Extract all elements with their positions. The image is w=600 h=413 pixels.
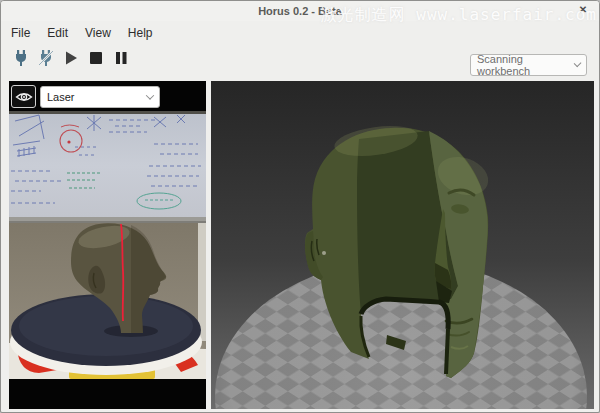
stop-icon [87,49,105,67]
play-button[interactable] [61,48,81,68]
plug-disconnect-icon [37,49,55,67]
menu-edit[interactable]: Edit [45,25,70,41]
connect-button[interactable] [11,48,31,68]
whiteboard [9,114,206,217]
menubar: File Edit View Help [9,25,155,41]
scene-3d-viewport[interactable] [211,81,594,409]
horus-app-window: Horus 0.2 - Beta ✕ 激光制造网 www.laserfair.c… [0,0,600,413]
camera-panel: Laser [9,81,206,409]
menu-file[interactable]: File [9,25,32,41]
eye-icon [15,89,33,105]
chevron-down-icon [146,91,154,99]
scanning-workbench: Laser [9,81,594,409]
workbench-select[interactable]: Scanning workbench [470,54,587,76]
menu-help[interactable]: Help [126,25,155,41]
camera-controls: Laser [9,81,206,111]
video-source-select[interactable]: Laser [40,86,160,108]
chevron-down-icon [573,60,581,68]
pause-icon [112,49,130,67]
play-icon [62,49,80,67]
stop-button[interactable] [86,48,106,68]
view-toggle-button[interactable] [11,85,36,108]
toolbar [11,48,131,68]
disconnect-button[interactable] [36,48,56,68]
pause-button[interactable] [111,48,131,68]
plug-icon [12,49,30,67]
workbench-select-value: Scanning workbench [477,53,569,77]
watermark-text: 激光制造网 www.laserfair.com [321,5,597,26]
camera-video-feed [9,111,206,379]
menu-view[interactable]: View [83,25,113,41]
video-source-value: Laser [47,91,75,103]
